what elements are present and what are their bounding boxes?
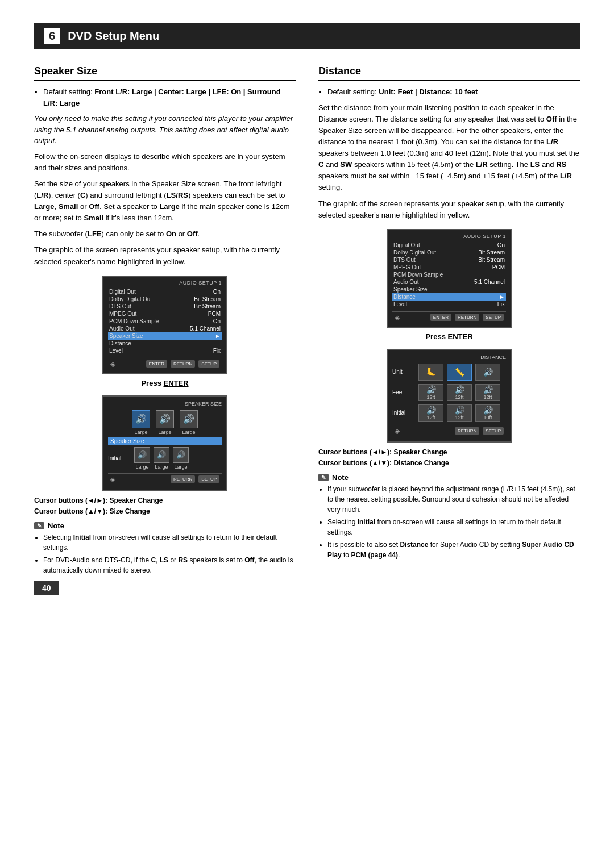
enter-btn: ENTER [146,360,167,368]
page: 6 DVD Setup Menu Speaker Size Default se… [0,0,614,612]
dist-row-digital: Digital OutOn [392,241,506,249]
dist-note-1: If your subwoofer is placed beyond the a… [327,484,580,515]
dist-nav-arrow: ◈ [395,314,400,322]
dist-row-pcm: PCM Down Sample [392,271,506,278]
dist-row-audio: Audio Out5.1 Channel [392,278,506,286]
setup-btn: SETUP [198,360,219,368]
para-2: Set the size of your speakers in the Spe… [34,178,296,224]
note-icon-distance: ✎ [318,474,329,481]
note-list-speaker: Selecting Initial from on-screen will ca… [43,532,296,575]
dist-screen-bottom-nav: ◈ RETURN SETUP [392,425,506,437]
speaker-return-btn: RETURN [171,475,195,483]
dist-feet-label: Feet [392,389,415,395]
speaker-size-title: Speaker Size [34,65,296,81]
screen-title: AUDIO SETUP 1 [108,280,222,286]
speaker-icon-img-2: 🔊 [156,410,174,428]
speaker-screen-title: SPEAKER SIZE [108,401,222,407]
chapter-number: 6 [44,28,60,44]
dist-screen-main-title: DISTANCE [392,354,506,360]
chapter-title: DVD Setup Menu [68,30,159,43]
speaker-size-section: Speaker Size Default setting: Front L/R:… [34,65,296,578]
page-number: 40 [34,581,59,595]
dist-screen-title: AUDIO SETUP 1 [392,233,506,239]
distance-audio-setup-wrap: AUDIO SETUP 1 Digital OutOn Dolby Digita… [318,229,580,328]
note-header-distance: ✎ Note [318,473,580,482]
speaker-icon-init-1: 🔊 Large [134,447,150,470]
speaker-init-img-2: 🔊 [154,447,169,463]
dist-cell-feet: 🦶 [418,364,443,381]
dist-unit-row: Unit 🦶 📏 🔊 [392,364,506,381]
speaker-initial-row: Initial 🔊 Large 🔊 Large 🔊 Large [108,447,222,470]
dist-return-btn: RETURN [455,314,479,321]
note-box-distance: ✎ Note If your subwoofer is placed beyon… [318,473,580,560]
cursor-caption-speaker: Cursor buttons (◄/►): Speaker Change Cur… [34,495,296,517]
distance-default: Default setting: Unit: Feet | Distance: … [327,86,580,98]
para-1: Follow the on-screen displays to describ… [34,151,296,174]
dist-cell-f3: 🔊 12ft [475,384,500,401]
nav-arrow-left: ◈ [110,360,115,368]
screen-row-level: LevelFix [108,347,222,354]
dist-row-speaker: Speaker Size [392,286,506,293]
dist-cell-f1: 🔊 12ft [418,384,443,401]
dist-bottom-btns: RETURN SETUP [455,427,504,435]
dist-bottom-return: RETURN [455,427,479,435]
dist-row-level: LevelFix [392,301,506,308]
dist-cell-f2: 🔊 12ft [447,384,472,401]
note-item-1: Selecting Initial from on-screen will ca… [43,532,296,553]
dist-note-2: Selecting Initial from on-screen will ca… [327,517,580,537]
dist-nav-btns: ENTER RETURN SETUP [430,314,504,321]
audio-setup-screen: AUDIO SETUP 1 Digital OutOn Dolby Digita… [102,276,227,374]
distance-title: Distance [318,65,580,81]
note-title-distance: Note [332,473,349,482]
speaker-icon-1: 🔊 Large [132,410,150,435]
distance-defaults: Default setting: Unit: Feet | Distance: … [327,86,580,98]
dist-cell-meter: 📏 [447,364,472,381]
dist-cell-i2: 🔊 12ft [447,404,472,422]
screen-row-audio-out: Audio Out5.1 Channel [108,325,222,332]
dist-row-distance-highlighted: Distance► [392,293,506,301]
dist-row-dolby: Dolby Digital OutBit Stream [392,249,506,256]
para-4: The graphic of the screen represents you… [34,244,296,267]
dist-enter-btn: ENTER [430,314,451,321]
screen-row-distance: Distance [108,340,222,347]
speaker-top-row: 🔊 Large 🔊 Large 🔊 Large [108,410,222,435]
distance-audio-setup-screen: AUDIO SETUP 1 Digital OutOn Dolby Digita… [387,229,512,328]
note-icon-speaker: ✎ [34,522,44,529]
dist-setup-btn: SETUP [483,314,504,321]
speaker-icon-2: 🔊 Large [156,410,174,435]
distance-para-2: The graphic of the screen represents you… [318,198,580,221]
distance-screen: DISTANCE Unit 🦶 📏 🔊 [387,349,512,443]
main-content: Speaker Size Default setting: Front L/R:… [34,65,580,578]
speaker-icon-init-3: 🔊 Large [173,447,189,470]
dist-cell-blank: 🔊 [475,364,500,381]
speaker-screen-nav: ◈ RETURN SETUP [108,473,222,485]
dist-bottom-arrow: ◈ [395,427,400,435]
speaker-icon-img-3: 🔊 [180,410,198,428]
speaker-icon-init-2: 🔊 Large [154,447,169,470]
note-list-distance: If your subwoofer is placed beyond the a… [327,484,580,560]
speaker-init-img-3: 🔊 [173,447,189,463]
dist-press-enter: Press ENTER [318,332,580,341]
dist-row-dts: DTS OutBit Stream [392,256,506,264]
chapter-header: 6 DVD Setup Menu [34,23,580,49]
para-3: The subwoofer (LFE) can only be set to O… [34,228,296,240]
dist-row-mpeg: MPEG OutPCM [392,264,506,271]
speaker-size-defaults: Default setting: Front L/R: Large | Cent… [43,86,296,108]
cursor-caption-distance: Cursor buttons (◄/►): Speaker Change Cur… [318,447,580,469]
screen-row-speaker-size-highlighted: Speaker Size► [108,332,222,340]
dist-screen-nav: ◈ ENTER RETURN SETUP [392,311,506,323]
speaker-nav-arrow: ◈ [110,475,115,483]
speaker-icon-img-1: 🔊 [132,410,150,428]
initial-label: Initial [108,455,131,461]
dist-enter-emphasis: ENTER [447,332,472,341]
speaker-setup-btn: SETUP [198,475,219,483]
screen-nav: ◈ ENTER RETURN SETUP [108,358,222,370]
distance-para-1: Set the distance from your main listenin… [318,102,580,194]
default-setting: Default setting: Front L/R: Large | Cent… [43,86,296,108]
dist-initial-label: Initial [392,410,415,416]
screen-row-dts: DTS OutBit Stream [108,303,222,310]
screen-row-dolby: Dolby Digital OutBit Stream [108,295,222,303]
nav-buttons: ENTER RETURN SETUP [146,360,219,368]
italic-note: You only need to make this setting if yo… [34,113,296,147]
dist-feet-row: Feet 🔊 12ft 🔊 12ft 🔊 12ft [392,384,506,401]
